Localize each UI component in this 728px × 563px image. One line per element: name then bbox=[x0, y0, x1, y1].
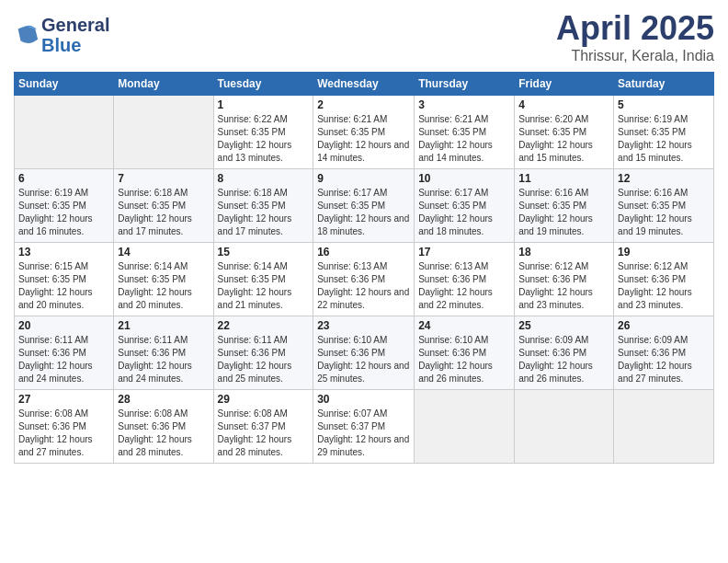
day-cell: 14Sunrise: 6:14 AMSunset: 6:35 PMDayligh… bbox=[114, 243, 213, 316]
day-info: Sunrise: 6:09 AMSunset: 6:36 PMDaylight:… bbox=[618, 334, 710, 385]
day-cell: 15Sunrise: 6:14 AMSunset: 6:35 PMDayligh… bbox=[213, 243, 313, 316]
day-info: Sunrise: 6:14 AMSunset: 6:35 PMDaylight:… bbox=[118, 260, 209, 312]
day-number: 13 bbox=[18, 246, 109, 259]
month-title: April 2025 bbox=[556, 9, 714, 48]
day-number: 14 bbox=[118, 246, 209, 259]
day-number: 8 bbox=[218, 172, 310, 185]
day-info: Sunrise: 6:10 AMSunset: 6:36 PMDaylight:… bbox=[317, 334, 410, 385]
week-row-3: 13Sunrise: 6:15 AMSunset: 6:35 PMDayligh… bbox=[15, 243, 714, 316]
day-info: Sunrise: 6:09 AMSunset: 6:36 PMDaylight:… bbox=[518, 334, 609, 385]
day-number: 30 bbox=[317, 393, 410, 406]
day-number: 2 bbox=[317, 98, 410, 111]
week-row-1: 1Sunrise: 6:22 AMSunset: 6:35 PMDaylight… bbox=[15, 96, 714, 169]
day-info: Sunrise: 6:08 AMSunset: 6:36 PMDaylight:… bbox=[18, 408, 109, 459]
day-cell: 26Sunrise: 6:09 AMSunset: 6:36 PMDayligh… bbox=[614, 316, 714, 390]
day-number: 21 bbox=[118, 319, 209, 332]
day-info: Sunrise: 6:19 AMSunset: 6:35 PMDaylight:… bbox=[618, 113, 710, 165]
header-cell-saturday: Saturday bbox=[614, 73, 714, 96]
day-number: 28 bbox=[118, 393, 209, 406]
header-cell-thursday: Thursday bbox=[415, 73, 515, 96]
day-info: Sunrise: 6:18 AMSunset: 6:35 PMDaylight:… bbox=[218, 187, 310, 238]
day-number: 12 bbox=[618, 172, 710, 185]
header-cell-sunday: Sunday bbox=[15, 73, 114, 96]
day-cell: 6Sunrise: 6:19 AMSunset: 6:35 PMDaylight… bbox=[15, 169, 114, 243]
day-cell: 22Sunrise: 6:11 AMSunset: 6:36 PMDayligh… bbox=[213, 316, 313, 390]
header-cell-tuesday: Tuesday bbox=[213, 73, 313, 96]
day-info: Sunrise: 6:10 AMSunset: 6:36 PMDaylight:… bbox=[418, 334, 510, 385]
day-cell: 2Sunrise: 6:21 AMSunset: 6:35 PMDaylight… bbox=[313, 96, 415, 169]
day-cell: 28Sunrise: 6:08 AMSunset: 6:36 PMDayligh… bbox=[114, 390, 213, 464]
day-info: Sunrise: 6:18 AMSunset: 6:35 PMDaylight:… bbox=[118, 187, 209, 238]
day-cell: 3Sunrise: 6:21 AMSunset: 6:35 PMDaylight… bbox=[415, 96, 515, 169]
day-number: 11 bbox=[518, 172, 609, 185]
day-cell: 29Sunrise: 6:08 AMSunset: 6:37 PMDayligh… bbox=[213, 390, 313, 464]
day-info: Sunrise: 6:12 AMSunset: 6:36 PMDaylight:… bbox=[618, 260, 710, 312]
header-row: SundayMondayTuesdayWednesdayThursdayFrid… bbox=[15, 73, 714, 96]
day-info: Sunrise: 6:13 AMSunset: 6:36 PMDaylight:… bbox=[317, 260, 410, 312]
day-info: Sunrise: 6:08 AMSunset: 6:36 PMDaylight:… bbox=[118, 408, 209, 459]
day-cell: 16Sunrise: 6:13 AMSunset: 6:36 PMDayligh… bbox=[313, 243, 415, 316]
day-cell: 8Sunrise: 6:18 AMSunset: 6:35 PMDaylight… bbox=[213, 169, 313, 243]
day-cell: 11Sunrise: 6:16 AMSunset: 6:35 PMDayligh… bbox=[515, 169, 614, 243]
day-number: 22 bbox=[218, 319, 310, 332]
day-info: Sunrise: 6:16 AMSunset: 6:35 PMDaylight:… bbox=[618, 187, 710, 238]
day-number: 20 bbox=[18, 319, 109, 332]
title-area: April 2025 Thrissur, Kerala, India bbox=[556, 9, 714, 64]
day-cell: 30Sunrise: 6:07 AMSunset: 6:37 PMDayligh… bbox=[313, 390, 415, 464]
day-cell: 19Sunrise: 6:12 AMSunset: 6:36 PMDayligh… bbox=[614, 243, 714, 316]
day-info: Sunrise: 6:15 AMSunset: 6:35 PMDaylight:… bbox=[18, 260, 109, 312]
day-info: Sunrise: 6:12 AMSunset: 6:36 PMDaylight:… bbox=[518, 260, 609, 312]
calendar-body: 1Sunrise: 6:22 AMSunset: 6:35 PMDaylight… bbox=[15, 96, 714, 464]
day-number: 5 bbox=[618, 98, 710, 111]
day-number: 7 bbox=[118, 172, 209, 185]
day-cell bbox=[614, 390, 714, 464]
day-number: 4 bbox=[518, 98, 609, 111]
day-cell: 9Sunrise: 6:17 AMSunset: 6:35 PMDaylight… bbox=[313, 169, 415, 243]
day-info: Sunrise: 6:11 AMSunset: 6:36 PMDaylight:… bbox=[118, 334, 209, 385]
day-info: Sunrise: 6:07 AMSunset: 6:37 PMDaylight:… bbox=[317, 408, 410, 459]
day-number: 15 bbox=[218, 246, 310, 259]
day-info: Sunrise: 6:21 AMSunset: 6:35 PMDaylight:… bbox=[418, 113, 510, 165]
day-cell: 1Sunrise: 6:22 AMSunset: 6:35 PMDaylight… bbox=[213, 96, 313, 169]
day-number: 9 bbox=[317, 172, 410, 185]
day-cell: 17Sunrise: 6:13 AMSunset: 6:36 PMDayligh… bbox=[415, 243, 515, 316]
header-cell-wednesday: Wednesday bbox=[313, 73, 415, 96]
day-number: 18 bbox=[518, 246, 609, 259]
day-number: 10 bbox=[418, 172, 510, 185]
day-number: 23 bbox=[317, 319, 410, 332]
day-cell: 25Sunrise: 6:09 AMSunset: 6:36 PMDayligh… bbox=[515, 316, 614, 390]
day-cell bbox=[515, 390, 614, 464]
week-row-5: 27Sunrise: 6:08 AMSunset: 6:36 PMDayligh… bbox=[15, 390, 714, 464]
day-info: Sunrise: 6:19 AMSunset: 6:35 PMDaylight:… bbox=[18, 187, 109, 238]
day-info: Sunrise: 6:17 AMSunset: 6:35 PMDaylight:… bbox=[418, 187, 510, 238]
day-info: Sunrise: 6:11 AMSunset: 6:36 PMDaylight:… bbox=[18, 334, 109, 385]
logo: General Blue bbox=[14, 15, 109, 55]
day-number: 1 bbox=[218, 98, 310, 111]
day-number: 27 bbox=[18, 393, 109, 406]
header-cell-friday: Friday bbox=[515, 73, 614, 96]
day-cell: 23Sunrise: 6:10 AMSunset: 6:36 PMDayligh… bbox=[313, 316, 415, 390]
day-info: Sunrise: 6:08 AMSunset: 6:37 PMDaylight:… bbox=[218, 408, 310, 459]
day-cell: 10Sunrise: 6:17 AMSunset: 6:35 PMDayligh… bbox=[415, 169, 515, 243]
day-cell bbox=[15, 96, 114, 169]
day-info: Sunrise: 6:17 AMSunset: 6:35 PMDaylight:… bbox=[317, 187, 410, 238]
day-cell bbox=[114, 96, 213, 169]
day-info: Sunrise: 6:11 AMSunset: 6:36 PMDaylight:… bbox=[218, 334, 310, 385]
day-cell: 20Sunrise: 6:11 AMSunset: 6:36 PMDayligh… bbox=[15, 316, 114, 390]
logo-icon bbox=[14, 22, 40, 48]
day-number: 25 bbox=[518, 319, 609, 332]
logo-text: General Blue bbox=[41, 15, 109, 55]
day-cell: 7Sunrise: 6:18 AMSunset: 6:35 PMDaylight… bbox=[114, 169, 213, 243]
day-number: 29 bbox=[218, 393, 310, 406]
day-number: 16 bbox=[317, 246, 410, 259]
location-title: Thrissur, Kerala, India bbox=[556, 48, 714, 64]
day-cell: 18Sunrise: 6:12 AMSunset: 6:36 PMDayligh… bbox=[515, 243, 614, 316]
day-cell: 12Sunrise: 6:16 AMSunset: 6:35 PMDayligh… bbox=[614, 169, 714, 243]
header-cell-monday: Monday bbox=[114, 73, 213, 96]
day-cell: 5Sunrise: 6:19 AMSunset: 6:35 PMDaylight… bbox=[614, 96, 714, 169]
day-info: Sunrise: 6:13 AMSunset: 6:36 PMDaylight:… bbox=[418, 260, 510, 312]
day-number: 3 bbox=[418, 98, 510, 111]
week-row-4: 20Sunrise: 6:11 AMSunset: 6:36 PMDayligh… bbox=[15, 316, 714, 390]
calendar-header: SundayMondayTuesdayWednesdayThursdayFrid… bbox=[15, 73, 714, 96]
calendar-table: SundayMondayTuesdayWednesdayThursdayFrid… bbox=[14, 72, 714, 464]
